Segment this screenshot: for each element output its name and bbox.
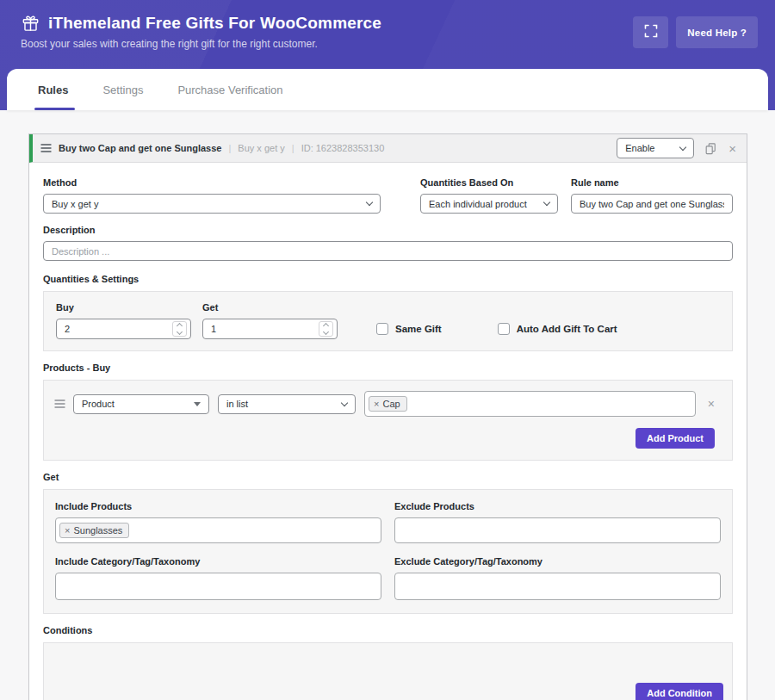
exclude-products-input[interactable] bbox=[394, 517, 721, 543]
product-tag: × Cap bbox=[369, 396, 407, 412]
chevron-down-icon bbox=[543, 199, 550, 206]
product-type-value: Product bbox=[82, 399, 115, 409]
same-gift-label: Same Gift bbox=[395, 324, 442, 334]
rule-card-header: Buy two Cap and get one Sunglasse | Buy … bbox=[29, 134, 747, 163]
include-products-field: Include Products × Sunglasses bbox=[55, 501, 381, 543]
quantities-based-on-label: Quantities Based On bbox=[420, 177, 558, 188]
auto-add-gift-label: Auto Add Gift To Cart bbox=[517, 324, 617, 334]
delete-rule-icon[interactable]: × bbox=[727, 142, 738, 155]
rule-id: ID: 1623828353130 bbox=[301, 143, 385, 153]
exclude-products-field: Exclude Products bbox=[394, 501, 721, 543]
product-tag-label: Cap bbox=[382, 399, 400, 409]
number-stepper-icon[interactable] bbox=[172, 321, 187, 337]
header-actions: Need Help ? bbox=[633, 16, 758, 48]
include-products-label: Include Products bbox=[55, 501, 381, 511]
buy-quantity-value: 2 bbox=[65, 324, 70, 334]
checkbox-icon bbox=[376, 323, 388, 335]
rule-name-input[interactable] bbox=[571, 194, 733, 214]
method-value: Buy x get y bbox=[52, 199, 98, 209]
need-help-label: Need Help ? bbox=[687, 28, 747, 38]
get-section-heading: Get bbox=[43, 472, 733, 482]
products-buy-heading: Products - Buy bbox=[43, 362, 733, 373]
tab-rules[interactable]: Rules bbox=[38, 69, 68, 110]
page-title: iThemeland Free Gifts For WooCommerce bbox=[48, 14, 381, 33]
tab-settings-label: Settings bbox=[102, 84, 143, 96]
quantities-settings-box: Buy 2 Get 1 bbox=[43, 291, 733, 351]
exclude-category-field: Exclude Category/Tag/Taxonomy bbox=[394, 556, 721, 600]
include-category-field: Include Category/Tag/Taxonomy bbox=[55, 556, 381, 600]
separator: | bbox=[228, 143, 231, 153]
tab-purchase-verification-label: Purchase Verification bbox=[177, 84, 282, 96]
checkbox-icon bbox=[498, 323, 510, 335]
add-condition-button[interactable]: Add Condition bbox=[636, 683, 723, 700]
exclude-products-label: Exclude Products bbox=[394, 501, 721, 511]
auto-add-gift-checkbox[interactable]: Auto Add Gift To Cart bbox=[498, 319, 617, 339]
tab-bar: Rules Settings Purchase Verification bbox=[7, 69, 768, 110]
remove-tag-icon[interactable]: × bbox=[374, 400, 379, 409]
description-input[interactable] bbox=[43, 241, 733, 261]
operator-select[interactable]: in list bbox=[218, 394, 356, 414]
chevron-down-icon bbox=[679, 143, 686, 150]
drag-handle-icon[interactable] bbox=[54, 400, 65, 408]
include-category-label: Include Category/Tag/Taxonomy bbox=[55, 556, 381, 567]
conditions-heading: Conditions bbox=[43, 625, 733, 635]
remove-tag-icon[interactable]: × bbox=[65, 526, 70, 536]
conditions-box: Add Condition bbox=[43, 642, 733, 700]
chevron-down-icon bbox=[366, 199, 373, 206]
include-category-input[interactable] bbox=[55, 573, 381, 600]
rule-body: Method Buy x get y Quantities Based On E… bbox=[29, 163, 747, 700]
chevron-down-icon bbox=[341, 399, 348, 406]
tab-purchase-verification[interactable]: Purchase Verification bbox=[177, 69, 282, 110]
duplicate-rule-icon[interactable] bbox=[704, 142, 716, 155]
quantities-based-on-value: Each individual product bbox=[429, 199, 527, 209]
products-buy-tag-input[interactable]: × Cap bbox=[364, 391, 696, 417]
operator-value: in list bbox=[226, 399, 248, 409]
page-subtitle: Boost your sales with creating the right… bbox=[21, 38, 381, 50]
quantities-based-on-select[interactable]: Each individual product bbox=[420, 194, 558, 214]
add-product-button[interactable]: Add Product bbox=[636, 428, 715, 449]
gift-icon bbox=[21, 13, 40, 33]
method-row: Method Buy x get y Quantities Based On E… bbox=[43, 177, 733, 214]
rule-name-label: Rule name bbox=[571, 177, 733, 188]
drag-handle-icon[interactable] bbox=[40, 144, 52, 152]
buy-quantity-label: Buy bbox=[56, 302, 191, 313]
method-label: Method bbox=[43, 177, 381, 188]
fullscreen-button[interactable] bbox=[633, 16, 668, 48]
get-section-box: Include Products × Sunglasses Exclude Pr… bbox=[43, 489, 733, 614]
rule-status-select[interactable]: Enable bbox=[617, 138, 694, 158]
get-quantity-input[interactable]: 1 bbox=[202, 319, 338, 339]
get-quantity-value: 1 bbox=[211, 324, 216, 334]
need-help-button[interactable]: Need Help ? bbox=[676, 16, 758, 48]
content-area: Buy two Cap and get one Sunglasse | Buy … bbox=[0, 110, 775, 700]
product-tag-label: Sunglasses bbox=[73, 525, 122, 536]
rule-method-badge: Buy x get y bbox=[238, 143, 284, 153]
tab-settings[interactable]: Settings bbox=[102, 69, 143, 110]
product-type-select[interactable]: Product bbox=[73, 394, 209, 414]
fullscreen-icon bbox=[644, 24, 658, 40]
exclude-category-label: Exclude Category/Tag/Taxonomy bbox=[394, 556, 721, 567]
description-field: Description bbox=[43, 225, 733, 261]
include-products-input[interactable]: × Sunglasses bbox=[55, 517, 381, 543]
product-tag: × Sunglasses bbox=[59, 523, 129, 538]
rule-status-value: Enable bbox=[625, 143, 654, 153]
tab-rules-label: Rules bbox=[38, 84, 68, 96]
rule-title: Buy two Cap and get one Sunglasse bbox=[59, 143, 221, 153]
description-label: Description bbox=[43, 225, 733, 235]
dropdown-arrow-icon bbox=[194, 402, 201, 406]
products-buy-box: Product in list × Cap bbox=[43, 380, 733, 461]
remove-row-icon[interactable]: × bbox=[708, 397, 715, 411]
rule-card: Buy two Cap and get one Sunglasse | Buy … bbox=[28, 133, 747, 700]
get-quantity-label: Get bbox=[202, 302, 338, 313]
buy-quantity-input[interactable]: 2 bbox=[56, 319, 191, 339]
method-select[interactable]: Buy x get y bbox=[43, 194, 381, 214]
separator: | bbox=[292, 143, 294, 153]
products-buy-row: Product in list × Cap bbox=[54, 391, 722, 417]
exclude-category-input[interactable] bbox=[394, 573, 721, 600]
quantities-settings-heading: Quantities & Settings bbox=[43, 274, 733, 284]
header-text: iThemeland Free Gifts For WooCommerce Bo… bbox=[21, 13, 381, 50]
same-gift-checkbox[interactable]: Same Gift bbox=[376, 319, 442, 339]
number-stepper-icon[interactable] bbox=[319, 321, 333, 337]
